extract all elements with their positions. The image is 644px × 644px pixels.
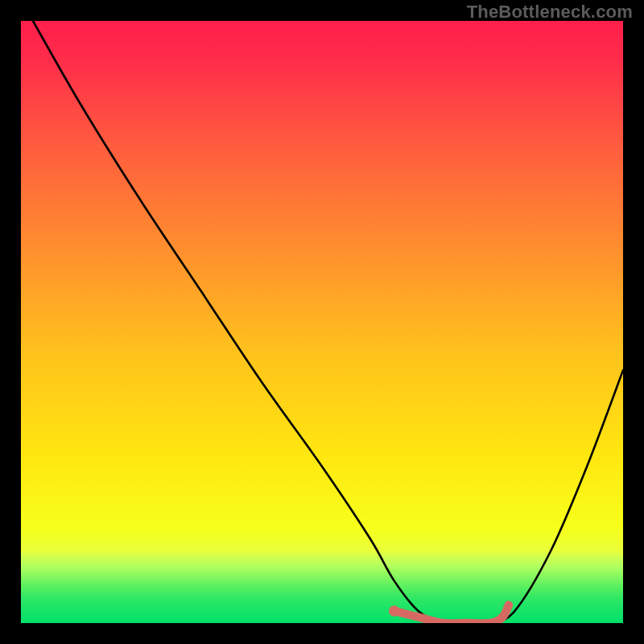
gradient-background <box>21 21 623 623</box>
optimal-range-start-dot <box>389 605 399 616</box>
bottleneck-chart <box>21 21 623 623</box>
watermark-label: TheBottleneck.com <box>467 2 633 23</box>
chart-frame: TheBottleneck.com <box>0 0 644 644</box>
